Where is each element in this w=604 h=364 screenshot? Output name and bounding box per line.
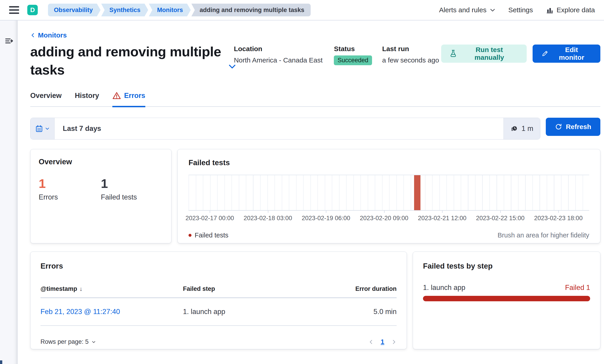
error-duration: 5.0 min (326, 308, 397, 316)
breadcrumb: Observability Synthetics Monitors adding… (47, 4, 311, 16)
app-header: D Observability Synthetics Monitors addi… (0, 0, 604, 20)
beaker-icon (450, 50, 457, 58)
chevron-down-icon (45, 126, 50, 131)
errors-stat-label: Errors (39, 193, 101, 201)
legend-failed-tests[interactable]: Failed tests (189, 231, 228, 239)
left-edge-indicator (0, 360, 2, 364)
status-badge: Succeeded (334, 55, 372, 65)
edit-monitor-button[interactable]: Edit monitor (533, 45, 600, 63)
time-range-value[interactable]: Last 7 days (55, 118, 503, 139)
overview-card-title: Overview (39, 158, 163, 166)
rows-per-page-selector[interactable]: Rows per page: 5 (40, 338, 96, 345)
failed-tests-stat-label: Failed tests (101, 193, 163, 201)
breadcrumb-monitors[interactable]: Monitors (149, 4, 191, 16)
date-picker: Last 7 days 1 m (30, 118, 540, 140)
brush-hint: Brush an area for higher fidelity (498, 231, 589, 239)
monitor-tabs: Overview History Errors (30, 91, 600, 107)
page-title: adding and removing multiple tasks (30, 43, 234, 79)
error-failed-step: 1. launch app (183, 308, 325, 316)
warning-triangle-icon (112, 91, 121, 100)
pencil-icon (542, 50, 548, 57)
column-header-error-duration: Error duration (326, 285, 397, 292)
monitor-select-chevron-icon[interactable] (228, 62, 237, 71)
timer-icon (511, 125, 518, 133)
deployment-avatar[interactable]: D (27, 5, 38, 15)
explore-data-link[interactable]: Explore data (546, 6, 595, 14)
failed-tests-stat: 1 Failed tests (101, 176, 163, 201)
alerts-and-rules-menu[interactable]: Alerts and rules (439, 6, 495, 14)
step-failure-bar (423, 296, 590, 301)
pagination: 1 (368, 338, 397, 346)
settings-label: Settings (508, 6, 533, 14)
sort-desc-icon: ↓ (79, 285, 82, 292)
collapsed-sidebar (0, 20, 18, 364)
next-page-icon[interactable] (391, 339, 397, 345)
x-axis-labels: 2023-02-17 00:00 2023-02-18 03:00 2023-0… (189, 215, 589, 222)
refresh-interval-button[interactable]: 1 m (503, 118, 540, 139)
refresh-icon (555, 123, 562, 130)
failed-tests-chart-title: Failed tests (189, 158, 589, 167)
location-label: Location (234, 45, 334, 53)
monitor-detail-page: Monitors adding and removing multiple ta… (18, 20, 604, 364)
last-run-value: a few seconds ago (382, 56, 441, 64)
alerts-and-rules-label: Alerts and rules (439, 6, 486, 14)
errors-table-card: Errors @timestamp ↓ Failed step Error du… (30, 252, 407, 349)
expand-sidebar-icon[interactable] (5, 36, 14, 46)
chevron-left-icon (30, 33, 36, 38)
chevron-down-icon (91, 340, 96, 344)
table-row: Feb 21, 2023 @ 11:27:40 1. launch app 5.… (40, 298, 397, 326)
bar-chart-icon (546, 6, 554, 14)
refresh-button[interactable]: Refresh (546, 118, 600, 136)
date-quick-select-button[interactable] (30, 118, 55, 139)
back-to-monitors-link[interactable]: Monitors (30, 31, 67, 39)
error-timestamp-link[interactable]: Feb 21, 2023 @ 11:27:40 (40, 308, 120, 316)
tab-overview[interactable]: Overview (30, 91, 62, 107)
errors-table: @timestamp ↓ Failed step Error duration … (40, 285, 397, 326)
menu-icon[interactable] (9, 6, 19, 14)
calendar-icon (35, 125, 43, 133)
refresh-interval-value: 1 m (521, 124, 533, 133)
overview-card: Overview 1 Errors 1 Failed tests (30, 149, 171, 243)
status-label: Status (334, 45, 382, 53)
run-test-manually-button[interactable]: Run test manually (441, 45, 527, 63)
errors-count: 1 (39, 176, 101, 191)
explore-data-label: Explore data (557, 6, 595, 14)
failed-tests-chart-card: Failed tests 2023-02-17 00:00 2023-02-18… (177, 149, 600, 243)
failed-test-bar[interactable] (414, 175, 420, 210)
settings-link[interactable]: Settings (508, 6, 533, 14)
location-value: North America - Canada East (234, 56, 334, 64)
header-nav: Alerts and rules Settings Explore data (439, 6, 595, 14)
tab-history[interactable]: History (75, 91, 99, 107)
step-name: 1. launch app (423, 284, 465, 292)
breadcrumb-current-page: adding and removing multiple tasks (191, 4, 311, 16)
page-number-1[interactable]: 1 (381, 338, 384, 346)
errors-stat: 1 Errors (39, 176, 101, 201)
previous-page-icon[interactable] (368, 339, 374, 345)
failed-tests-count: 1 (101, 176, 163, 191)
x-axis-ticks (189, 211, 589, 213)
failed-tests-by-step-card: Failed tests by step 1. launch app Faile… (413, 252, 600, 349)
chevron-down-icon (490, 7, 495, 13)
last-run-label: Last run (382, 45, 441, 53)
monitor-summary: adding and removing multiple tasks Locat… (30, 43, 600, 79)
breadcrumb-synthetics[interactable]: Synthetics (101, 4, 148, 16)
step-failed-count: Failed 1 (565, 284, 590, 292)
monitor-meta: Location North America - Canada East Sta… (234, 45, 441, 65)
list-item: 1. launch app Failed 1 (423, 284, 590, 301)
breadcrumb-observability[interactable]: Observability (48, 4, 101, 16)
failed-tests-by-step-title: Failed tests by step (423, 262, 590, 270)
column-header-failed-step: Failed step (183, 285, 325, 292)
column-header-timestamp[interactable]: @timestamp ↓ (40, 285, 183, 292)
failed-tests-histogram[interactable] (189, 175, 589, 211)
legend-dot-icon (189, 234, 191, 237)
errors-table-title: Errors (40, 262, 397, 270)
time-filter-toolbar: Last 7 days 1 m (30, 118, 600, 140)
tab-errors[interactable]: Errors (112, 91, 145, 107)
